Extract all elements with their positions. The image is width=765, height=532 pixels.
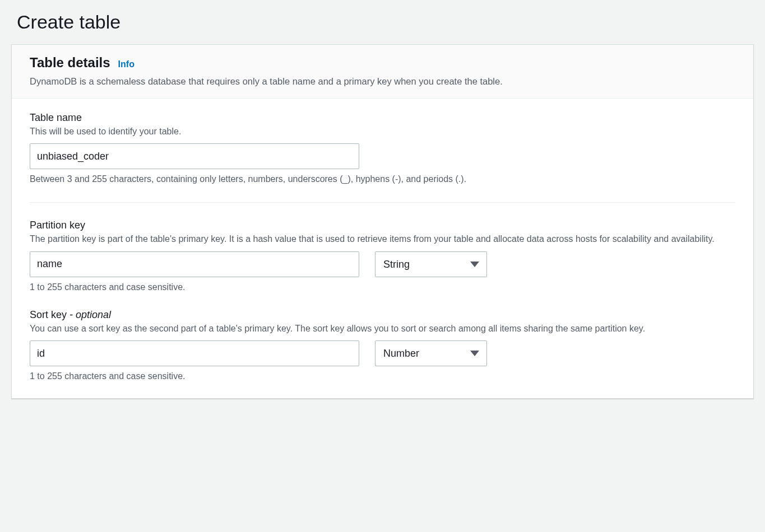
partition-key-hint: The partition key is part of the table's… [30, 232, 735, 245]
sort-key-label-optional: - optional [67, 309, 111, 320]
table-name-input[interactable] [30, 143, 359, 169]
sort-key-type-select-wrapper: Number [375, 340, 487, 366]
partition-key-type-select-wrapper: String [375, 251, 487, 277]
card-title: Table details [30, 55, 110, 71]
partition-key-field: Partition key The partition key is part … [30, 220, 735, 293]
table-name-hint: This will be used to identify your table… [30, 125, 735, 138]
card-description: DynamoDB is a schemaless database that r… [30, 75, 735, 88]
sort-key-label: Sort key - optional [30, 309, 735, 321]
sort-key-help: 1 to 255 characters and case sensitive. [30, 370, 735, 382]
partition-key-type-select[interactable]: String [375, 251, 487, 277]
partition-key-help: 1 to 255 characters and case sensitive. [30, 281, 735, 293]
sort-key-type-select[interactable]: Number [375, 340, 487, 366]
page-title: Create table [17, 11, 754, 33]
partition-key-input[interactable] [30, 251, 359, 277]
card-header: Table details Info DynamoDB is a schemal… [12, 45, 753, 99]
table-name-field: Table name This will be used to identify… [30, 112, 735, 185]
sort-key-input[interactable] [30, 340, 359, 366]
sort-key-label-main: Sort key [30, 309, 67, 320]
table-name-label: Table name [30, 112, 735, 124]
sort-key-hint: You can use a sort key as the second par… [30, 322, 735, 335]
card-body: Table name This will be used to identify… [12, 99, 753, 398]
partition-key-label: Partition key [30, 220, 735, 231]
table-name-help: Between 3 and 255 characters, containing… [30, 172, 735, 185]
sort-key-field: Sort key - optional You can use a sort k… [30, 309, 735, 382]
divider [30, 202, 735, 203]
info-link[interactable]: Info [118, 59, 135, 69]
table-details-card: Table details Info DynamoDB is a schemal… [11, 44, 754, 399]
